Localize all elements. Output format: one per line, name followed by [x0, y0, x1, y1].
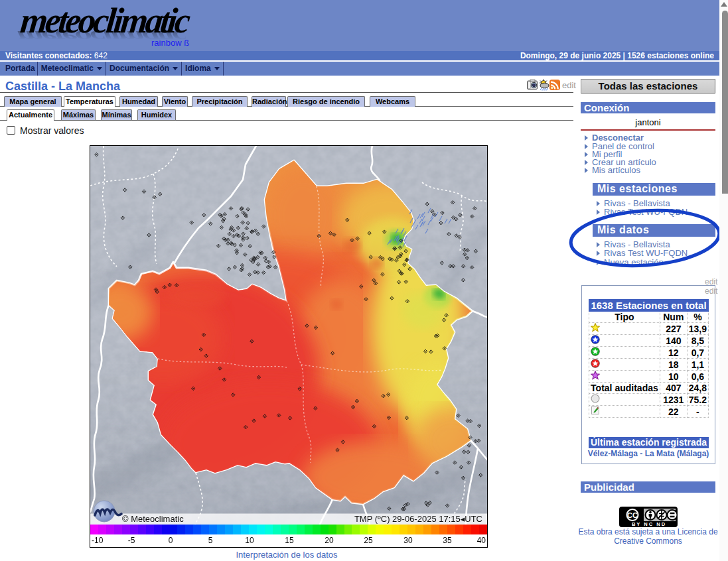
svg-text:CC: CC — [627, 511, 638, 519]
svg-text:TMP (ºC) 29-06-2025 17:15◂UTC: TMP (ºC) 29-06-2025 17:15◂UTC — [354, 514, 482, 524]
svg-text:BY NC ND: BY NC ND — [631, 521, 666, 527]
svg-text:© Meteoclimatic: © Meteoclimatic — [122, 514, 184, 524]
